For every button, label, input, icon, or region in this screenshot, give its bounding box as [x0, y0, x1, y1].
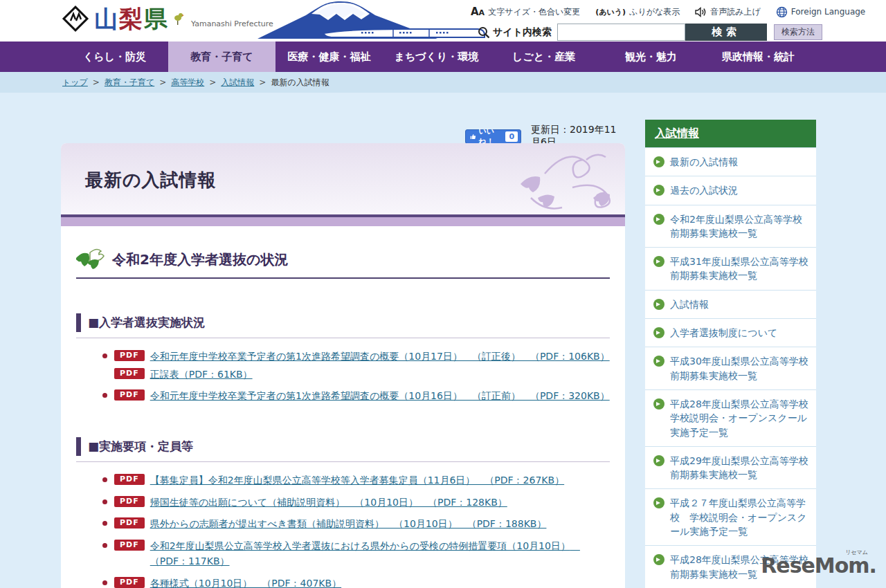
font-size-tool[interactable]: AA 文字サイズ・色合い変更	[471, 6, 580, 18]
pdf-link-line: PDF 令和元年度中学校卒業予定者の第1次進路希望調査の概要（10月16日） （…	[102, 389, 610, 404]
sidebar-item[interactable]: 令和2年度山梨県公立高等学校前期募集実施校一覧	[645, 205, 816, 248]
pdf-badge: PDF	[114, 389, 145, 401]
pdf-link[interactable]: 令和元年度中学校卒業予定者の第1次進路希望調査の概要（10月17日） （訂正後）…	[150, 349, 610, 365]
nav-item[interactable]: 県政情報・統計	[705, 42, 812, 72]
breadcrumb-link[interactable]: 入試情報	[221, 77, 254, 87]
furigana-tool[interactable]: (あいう) ふりがな表示	[595, 6, 680, 18]
subsection-heading: ■入学者選抜実施状況	[76, 313, 610, 332]
pdf-link-list: PDF 令和元年度中学校卒業予定者の第1次進路希望調査の概要（10月17日） （…	[76, 349, 610, 404]
pdf-list-item: PDF 令和元年度中学校卒業予定者の第1次進路希望調査の概要（10月16日） （…	[102, 389, 610, 404]
nav-item[interactable]: くらし・防災	[61, 42, 168, 72]
arrow-right-icon	[653, 398, 664, 410]
list-bullet	[102, 393, 107, 398]
subsection-heading: ■実施要項・定員等	[76, 437, 610, 456]
pdf-link[interactable]: 県外からの志願者が提出すべき書類（補助説明資料） （10月10日） （PDF：1…	[150, 517, 547, 532]
pdf-list-item: PDF 各種様式（10月10日） （PDF：407KB）	[102, 576, 610, 588]
subsection: ■入学者選抜実施状況 PDF 令和元年度中学校卒業予定者の第1次進路希望調査の概…	[76, 313, 610, 404]
font-size-label: 文字サイズ・色合い変更	[488, 6, 580, 18]
arrow-right-icon	[653, 554, 664, 565]
arrow-right-icon	[653, 299, 664, 310]
global-nav: くらし・防災 教育・子育て 医療・健康・福祉 まちづくり・環境 しごと・産業 観…	[0, 42, 886, 72]
panel-content: 令和2年度入学者選抜の状況 ■入学者選抜実施状況 PDF 令和元年度中学校卒業予…	[61, 248, 625, 588]
breadcrumb-link[interactable]: 高等学校	[171, 77, 204, 87]
sidebar-item[interactable]: 平成28年度山梨県公立高等学校 学校説明会・オープンスクール実施予定一覧	[645, 390, 816, 447]
search-label: サイト内検索	[493, 26, 552, 39]
sidebar-item[interactable]: 最新の入試情報	[645, 148, 816, 176]
pdf-list-item: PDF 【募集定員】令和2年度山梨県公立高等学校等入学者募集定員（11月6日） …	[102, 473, 610, 488]
nav-item[interactable]: 医療・健康・福祉	[275, 42, 383, 72]
list-bullet	[102, 477, 107, 482]
breadcrumb-separator: >	[259, 77, 266, 87]
pdf-list-item: PDF 帰国生徒等の出願について（補助説明資料） （10月10日） （PDF：1…	[102, 495, 610, 511]
facebook-like-button[interactable]: いいね！ 0	[465, 129, 521, 144]
pdf-link[interactable]: 令和2年度山梨県公立高等学校入学者選抜における県外からの受検の特例措置要項（10…	[150, 539, 610, 569]
sidebar-item[interactable]: 入試情報	[645, 291, 816, 319]
pdf-link-line: PDF 正誤表（PDF：61KB）	[102, 367, 610, 383]
sidebar-item[interactable]: 平成29年度山梨県公立高等学校前期募集実施校一覧	[645, 447, 816, 490]
speech-tool[interactable]: 音声読み上げ	[695, 6, 761, 18]
pdf-link-line: PDF 各種様式（10月10日） （PDF：407KB）	[102, 576, 610, 588]
sidebar-item-label: 最新の入試情報	[670, 155, 738, 169]
sidebar-item-label: 入試情報	[670, 297, 709, 311]
pdf-link[interactable]: 各種様式（10月10日） （PDF：407KB）	[150, 576, 341, 588]
sidebar-item[interactable]: 平成２７年度山梨県公立高等学校 学校説明会・オープンスクール実施予定一覧	[645, 489, 816, 546]
arrow-right-icon	[653, 327, 664, 338]
nav-item[interactable]: 観光・魅力	[597, 42, 705, 72]
search-button[interactable]: 検索	[685, 24, 767, 41]
arrow-right-icon	[653, 185, 664, 196]
resemom-watermark: リセマム ReseMom.	[761, 553, 876, 578]
sidebar-item-label: 平成29年度山梨県公立高等学校前期募集実施校一覧	[670, 454, 809, 482]
banner-divider-light	[61, 217, 625, 226]
speaker-icon	[695, 7, 707, 17]
foreign-language-tool[interactable]: Foreign Language	[776, 6, 865, 18]
list-bullet	[102, 499, 107, 504]
nav-item[interactable]: まちづくり・環境	[383, 42, 490, 72]
subsection-divider	[76, 461, 610, 462]
like-count: 0	[505, 131, 518, 142]
pdf-badge: PDF	[114, 540, 145, 551]
nav-item-label: 県政情報・統計	[722, 50, 795, 64]
sidebar-item[interactable]: 平成30年度山梨県公立高等学校前期募集実施校一覧	[645, 347, 816, 390]
breadcrumb-separator: >	[159, 77, 166, 87]
breadcrumb-link[interactable]: トップ	[62, 77, 88, 87]
pdf-badge: PDF	[114, 517, 145, 529]
arrow-right-icon	[653, 256, 664, 267]
pdf-link[interactable]: 正誤表（PDF：61KB）	[150, 367, 253, 383]
nav-item-label: しごと・産業	[512, 50, 575, 64]
sidebar-item[interactable]: 平成31年度山梨県公立高等学校前期募集実施校一覧	[645, 248, 816, 291]
global-nav-list: くらし・防災 教育・子育て 医療・健康・福祉 まちづくり・環境 しごと・産業 観…	[61, 42, 886, 72]
list-bullet	[102, 543, 107, 548]
pdf-badge: PDF	[114, 577, 145, 588]
sidebar-header[interactable]: 入試情報	[645, 120, 816, 147]
main-content-panel: 最新の入試情報 令和2年度入学者選抜の状況 ■入学者選抜実施状況 PDF 令和元…	[61, 143, 625, 588]
sidebar-item[interactable]: 入学者選抜制度について	[645, 319, 816, 347]
breadcrumb-separator: >	[209, 77, 216, 87]
search-input[interactable]	[557, 24, 685, 41]
breadcrumb-separator: >	[93, 77, 100, 87]
sidebar-item-label: 平成28年度山梨県公立高等学校 学校説明会・オープンスクール実施予定一覧	[670, 397, 809, 439]
sidebar-item[interactable]: 過去の入試状況	[645, 176, 816, 205]
search-help-button[interactable]: 検索方法	[774, 24, 822, 40]
pdf-link[interactable]: 【募集定員】令和2年度山梨県公立高等学校等入学者募集定員（11月6日） （PDF…	[150, 473, 564, 488]
pdf-link-line: PDF 令和2年度山梨県公立高等学校入学者選抜における県外からの受検の特例措置要…	[102, 539, 610, 569]
site-header: 山梨県 Yamanashi Prefecture AA 文字サイズ・色合い変更	[0, 0, 886, 42]
nav-item-label: くらし・防災	[83, 50, 146, 64]
watermark-ruby: リセマム	[845, 549, 868, 556]
bird-icon	[173, 12, 184, 26]
subsections-container: ■入学者選抜実施状況 PDF 令和元年度中学校卒業予定者の第1次進路希望調査の概…	[76, 313, 610, 588]
pdf-link[interactable]: 令和元年度中学校卒業予定者の第1次進路希望調査の概要（10月16日） （訂正前）…	[150, 389, 610, 404]
pdf-link[interactable]: 帰国生徒等の出願について（補助説明資料） （10月10日） （PDF：128KB…	[150, 495, 507, 511]
breadcrumb-link[interactable]: 教育・子育て	[105, 77, 154, 87]
font-size-icon: AA	[471, 6, 485, 18]
pdf-link-line: PDF 県外からの志願者が提出すべき書類（補助説明資料） （10月10日） （P…	[102, 517, 610, 532]
speech-label: 音声読み上げ	[710, 6, 761, 18]
arrow-right-icon	[653, 455, 664, 466]
prefecture-logo[interactable]: 山梨県 Yamanashi Prefecture	[61, 4, 273, 33]
list-bullet	[102, 580, 107, 585]
watermark-text: ReseMom.	[761, 553, 876, 578]
arrow-right-icon	[653, 156, 664, 167]
site-search: サイト内検索 検索 検索方法	[478, 24, 822, 41]
nav-item[interactable]: 教育・子育て	[168, 42, 275, 72]
arrow-right-icon	[653, 356, 664, 367]
nav-item[interactable]: しごと・産業	[490, 42, 597, 72]
